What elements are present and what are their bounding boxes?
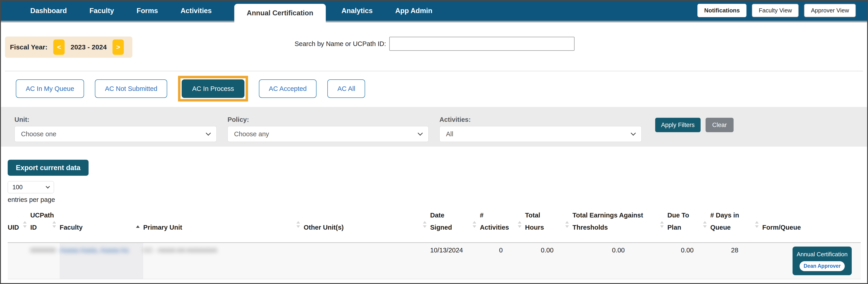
fiscal-year-prev-button[interactable]: <: [53, 39, 65, 55]
cell-total-earnings: 0.00: [572, 243, 668, 279]
unit-select[interactable]: Choose one: [14, 126, 217, 142]
sort-icon: [423, 221, 427, 228]
cell-faculty: Aaaaa Aaaia, Aaaaa Aa: [60, 243, 143, 279]
table-row: 0000000 Aaaaa Aaaia, Aaaaa Aa CC - AAAA …: [8, 243, 861, 279]
sort-icon: [755, 221, 758, 228]
search-label: Search by Name or UCPath ID:: [294, 40, 386, 47]
sort-icon: [703, 221, 707, 228]
column-header-form-queue[interactable]: Form/Queue: [762, 208, 861, 243]
unit-label: Unit:: [14, 116, 217, 123]
fiscal-year-next-button[interactable]: >: [113, 39, 124, 55]
tab-analytics[interactable]: Analytics: [342, 7, 373, 15]
column-header-uid[interactable]: UID: [8, 208, 30, 243]
faculty-name-link[interactable]: Aaaaa Aaaia, Aaaaa Aa: [60, 247, 129, 254]
column-header-date-signed[interactable]: Date Signed: [430, 208, 480, 243]
cell-ucpath-id: 0000000: [30, 243, 60, 279]
unit-select-value: Choose one: [21, 130, 56, 138]
activities-select[interactable]: All: [439, 126, 642, 142]
policy-select-value: Choose any: [234, 130, 269, 138]
sort-icon: [660, 221, 664, 228]
column-header-days-in-queue[interactable]: # Days in Queue: [710, 208, 762, 243]
sort-icon: [565, 221, 569, 228]
search-input[interactable]: [389, 37, 575, 51]
sort-icon: [23, 221, 27, 228]
column-header-other-units[interactable]: Other Unit(s): [304, 208, 430, 243]
chevron-down-icon: [45, 184, 50, 188]
table-header-row: UID UCPath ID Faculty Primary Unit Other…: [8, 208, 861, 243]
export-current-data-button[interactable]: Export current data: [8, 160, 89, 176]
faculty-view-button[interactable]: Faculty View: [752, 4, 799, 17]
chevron-down-icon: [631, 131, 636, 136]
top-nav: Dashboard Faculty Forms Activities Annua…: [1, 1, 867, 22]
tab-ac-in-my-queue[interactable]: AC In My Queue: [16, 79, 84, 98]
sort-asc-icon: [136, 225, 140, 228]
redacted-primary-unit: CC - AAAA AA AAAAAAA: [143, 247, 217, 254]
tab-ac-all[interactable]: AC All: [328, 79, 365, 98]
chevron-right-icon: >: [116, 43, 120, 51]
cell-other-units: [304, 243, 430, 279]
tab-ac-not-submitted[interactable]: AC Not Submitted: [95, 79, 167, 98]
queue-status-badge: Dean Approver: [800, 261, 845, 271]
cell-form-queue: Annual Certification Dean Approver: [762, 243, 861, 279]
policy-select[interactable]: Choose any: [227, 126, 429, 142]
form-button-label: Annual Certification: [797, 250, 847, 259]
activities-filter-group: Activities: All: [439, 116, 642, 142]
filter-buttons: Apply Filters Clear: [655, 118, 734, 132]
chevron-down-icon: [418, 131, 423, 136]
tab-faculty[interactable]: Faculty: [90, 7, 114, 15]
entries-per-page-label: entries per page: [8, 196, 867, 204]
fiscal-year-value: 2023 - 2024: [70, 43, 106, 51]
cell-days-in-queue: 28: [710, 243, 762, 279]
sort-icon: [518, 221, 521, 228]
fiscal-year-picker: Fiscal Year: < 2023 - 2024 >: [5, 37, 132, 58]
app-window: Dashboard Faculty Forms Activities Annua…: [0, 0, 868, 284]
cell-due-to-plan: 0.00: [668, 243, 710, 279]
fiscal-search-row: Fiscal Year: < 2023 - 2024 > Search by N…: [1, 37, 867, 58]
apply-filters-button[interactable]: Apply Filters: [655, 118, 701, 132]
cell-primary-unit: CC - AAAA AA AAAAAAA: [143, 243, 304, 279]
approver-view-button[interactable]: Approver View: [804, 4, 856, 17]
clear-filters-button[interactable]: Clear: [706, 118, 734, 132]
column-header-total-earnings[interactable]: Total Earnings Against Thresholds: [572, 208, 668, 243]
tab-ac-in-process[interactable]: AC In Process: [182, 79, 244, 98]
sort-icon: [473, 221, 476, 228]
cell-total-hours: 0.00: [525, 243, 572, 279]
cell-uid: [8, 243, 30, 279]
cell-date-signed: 10/13/2024: [430, 243, 480, 279]
sort-icon: [297, 221, 300, 228]
column-header-num-activities[interactable]: # Activities: [480, 208, 525, 243]
chevron-down-icon: [206, 131, 211, 136]
column-header-total-hours[interactable]: Total Hours: [525, 208, 572, 243]
unit-filter-group: Unit: Choose one: [14, 116, 217, 142]
tab-ac-accepted[interactable]: AC Accepted: [259, 79, 317, 98]
policy-label: Policy:: [227, 116, 429, 123]
activities-select-value: All: [446, 130, 453, 138]
nav-action-buttons: Notifications Faculty View Approver View: [698, 4, 856, 17]
filter-panel: Unit: Choose one Policy: Choose any Acti…: [1, 107, 867, 147]
policy-filter-group: Policy: Choose any: [227, 116, 429, 142]
chevron-left-icon: <: [57, 43, 61, 51]
redacted-ucpath-id: 0000000: [30, 247, 56, 254]
page-size-select[interactable]: 100: [8, 181, 54, 193]
tab-app-admin[interactable]: App Admin: [395, 7, 432, 15]
activities-label: Activities:: [439, 116, 642, 123]
notifications-button[interactable]: Notifications: [698, 4, 746, 17]
cell-num-activities: 0: [480, 243, 525, 279]
column-header-faculty[interactable]: Faculty: [60, 208, 143, 243]
fiscal-year-label: Fiscal Year:: [10, 43, 48, 51]
nav-bottom-divider: [1, 21, 867, 22]
tab-forms[interactable]: Forms: [136, 7, 158, 15]
tab-dashboard[interactable]: Dashboard: [30, 7, 67, 15]
page-size-value: 100: [12, 184, 23, 191]
column-header-primary-unit[interactable]: Primary Unit: [143, 208, 304, 243]
tab-annual-certification[interactable]: Annual Certification: [234, 4, 326, 22]
column-header-due-to-plan[interactable]: Due To Plan: [668, 208, 710, 243]
tab-activities[interactable]: Activities: [181, 7, 212, 15]
annual-certification-form-button[interactable]: Annual Certification Dean Approver: [793, 247, 852, 275]
sort-icon: [53, 221, 56, 228]
column-header-ucpath-id[interactable]: UCPath ID: [30, 208, 60, 243]
search-area: Search by Name or UCPath ID:: [294, 37, 575, 51]
annual-certification-table: UID UCPath ID Faculty Primary Unit Other…: [8, 208, 861, 279]
section-divider: [5, 71, 863, 71]
status-filter-tabs: AC In My Queue AC Not Submitted AC In Pr…: [16, 76, 867, 102]
